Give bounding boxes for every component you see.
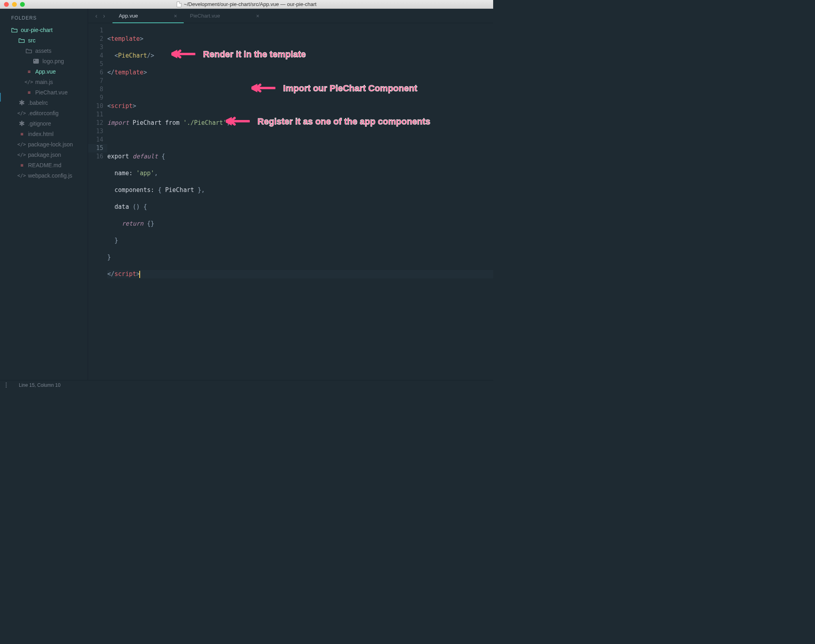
sidebar-file-package-json[interactable]: </> package.json	[0, 150, 88, 160]
sidebar-file-piechart-vue[interactable]: ≡ PieChart.vue	[0, 87, 88, 98]
markdown-file-icon: ≡	[18, 162, 25, 168]
status-bar: Line 15, Column 10	[0, 380, 493, 390]
sidebar-header: FOLDERS	[0, 13, 88, 25]
code-file-icon: </>	[26, 79, 32, 85]
sidebar-file-logo[interactable]: logo.png	[0, 56, 88, 66]
config-file-icon: ✱	[18, 100, 25, 106]
sidebar-file-index-html[interactable]: ≡ index.html	[0, 129, 88, 139]
status-cursor-position: Line 15, Column 10	[19, 382, 60, 388]
sidebar-item-label: .babelrc	[28, 100, 48, 106]
sidebar-file-app-vue[interactable]: ≡ App.vue	[0, 66, 88, 77]
sidebar-item-label: webpack.config.js	[28, 172, 72, 179]
sidebar-item-label: index.html	[28, 131, 54, 137]
vue-file-icon: ≡	[26, 89, 32, 96]
sidebar-item-label: .gitignore	[28, 120, 51, 127]
editor-area: ‹ › App.vue × PieChart.vue × 12345678 91…	[88, 9, 493, 380]
folder-open-icon	[18, 37, 25, 44]
folder-open-icon	[26, 48, 32, 54]
vue-file-icon: ≡	[26, 68, 32, 75]
sidebar-item-label: logo.png	[42, 58, 64, 64]
nav-back-icon[interactable]: ‹	[95, 12, 97, 20]
code-file-icon: </>	[18, 110, 25, 116]
sidebar-folder-assets[interactable]: assets	[0, 46, 88, 56]
sidebar-item-label: src	[28, 37, 36, 44]
sidebar-item-label: App.vue	[35, 68, 56, 75]
minimize-window-button[interactable]	[12, 2, 17, 7]
tab-row: ‹ › App.vue × PieChart.vue ×	[88, 9, 493, 23]
window-title-text: ~/Development/our-pie-chart/src/App.vue …	[184, 1, 316, 7]
sidebar-file-gitignore[interactable]: ✱ .gitignore	[0, 118, 88, 129]
sidebar-item-label: package-lock.json	[28, 141, 73, 148]
sidebar-item-label: main.js	[35, 79, 53, 85]
sidebar-file-readme[interactable]: ≡ README.md	[0, 160, 88, 170]
tab-close-icon[interactable]: ×	[174, 13, 177, 19]
tab-app-vue[interactable]: App.vue ×	[112, 9, 184, 23]
image-icon	[33, 58, 39, 64]
nav-forward-icon[interactable]: ›	[103, 12, 105, 20]
code-file-icon: </>	[18, 172, 25, 179]
tab-close-icon[interactable]: ×	[256, 13, 259, 19]
sidebar-file-package-lock[interactable]: </> package-lock.json	[0, 139, 88, 150]
tab-label: PieChart.vue	[190, 13, 220, 19]
traffic-lights	[0, 2, 25, 7]
nav-arrows: ‹ ›	[88, 12, 112, 20]
config-file-icon: ✱	[18, 120, 25, 127]
html-file-icon: ≡	[18, 131, 25, 137]
sidebar-folder-src[interactable]: src	[0, 35, 88, 46]
sidebar-item-label: README.md	[28, 162, 61, 168]
sidebar-item-label: PieChart.vue	[35, 89, 68, 96]
window-title: ~/Development/our-pie-chart/src/App.vue …	[177, 1, 316, 7]
sidebar-item-label: our-pie-chart	[21, 27, 52, 33]
sidebar-file-main-js[interactable]: </> main.js	[0, 77, 88, 87]
code-file-icon: </>	[18, 141, 25, 148]
sidebar-file-webpack-config[interactable]: </> webpack.config.js	[0, 170, 88, 181]
window-title-bar: ~/Development/our-pie-chart/src/App.vue …	[0, 0, 493, 9]
code-file-icon: </>	[18, 152, 25, 158]
tab-piechart-vue[interactable]: PieChart.vue ×	[184, 9, 266, 23]
code-editor[interactable]: 12345678 91011121314 1516 <template> <Pi…	[88, 23, 493, 380]
sidebar-active-indicator	[0, 93, 1, 102]
maximize-window-button[interactable]	[20, 2, 25, 7]
folder-open-icon	[11, 27, 18, 33]
sidebar-item-label: package.json	[28, 152, 61, 158]
status-menu-icon[interactable]	[6, 382, 7, 388]
sidebar-file-babelrc[interactable]: ✱ .babelrc	[0, 98, 88, 108]
file-icon	[177, 2, 181, 7]
sidebar-file-editorconfig[interactable]: </> .editorconfig	[0, 108, 88, 118]
close-window-button[interactable]	[4, 2, 9, 7]
tab-label: App.vue	[119, 13, 138, 19]
sidebar-folder-root[interactable]: our-pie-chart	[0, 25, 88, 35]
line-number-gutter: 12345678 91011121314 1516	[88, 23, 107, 380]
sidebar: FOLDERS our-pie-chart src assets logo.pn…	[0, 9, 88, 380]
code-body[interactable]: <template> <PieChart/> </template> <scri…	[107, 23, 493, 380]
sidebar-item-label: .editorconfig	[28, 110, 58, 116]
sidebar-item-label: assets	[35, 48, 51, 54]
